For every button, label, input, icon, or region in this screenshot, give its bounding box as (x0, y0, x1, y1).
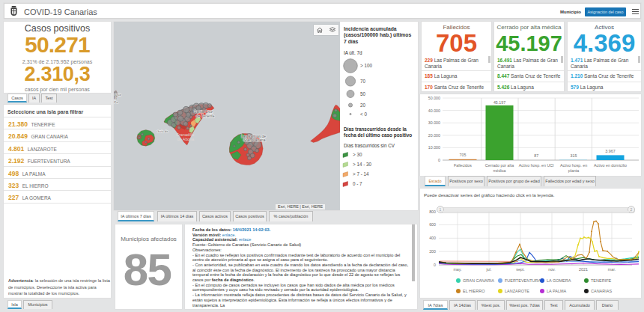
svg-text:0: 0 (438, 158, 440, 162)
svg-text:50.000: 50.000 (428, 96, 440, 100)
svg-text:de Abona: de Abona (177, 137, 194, 141)
svg-text:< 0: < 0 (360, 111, 367, 116)
svg-text:315: 315 (571, 153, 577, 158)
svg-text:20.000: 20.000 (428, 133, 440, 138)
svg-text:Pa: Pa (114, 100, 118, 104)
svg-text:45.197: 45.197 (493, 100, 505, 105)
svg-text:> 30: > 30 (353, 152, 362, 157)
svg-text:50: 50 (360, 91, 366, 96)
svg-text:mar.: mar. (608, 267, 616, 272)
svg-text:Guía de: Guía de (157, 129, 168, 133)
svg-text:Activo hosp. en: Activo hosp. en (560, 163, 587, 168)
svg-text:40.000: 40.000 (428, 108, 440, 113)
svg-text:3.967: 3.967 (605, 149, 615, 153)
svg-text:nov.: nov. (548, 267, 556, 272)
svg-text:705: 705 (460, 153, 467, 157)
svg-text:Activo hosp. en UCI: Activo hosp. en UCI (519, 163, 554, 168)
svg-text:600: 600 (429, 222, 436, 227)
svg-text:400: 400 (429, 236, 436, 240)
svg-text:200: 200 (429, 249, 436, 254)
svg-text:Fallecidos: Fallecidos (454, 163, 472, 168)
svg-text:> 14 - 30: > 14 - 30 (353, 162, 372, 167)
svg-text:0 - 7: 0 - 7 (353, 181, 362, 186)
svg-text:Cerrado por alta: Cerrado por alta (485, 163, 514, 168)
svg-text:jul.: jul. (486, 267, 492, 272)
svg-text:2021: 2021 (579, 267, 588, 272)
svg-text:> 7 - 14: > 7 - 14 (353, 171, 369, 177)
svg-text:87: 87 (534, 153, 538, 158)
svg-text:may.: may. (453, 267, 461, 272)
svg-text:70: 70 (360, 78, 366, 83)
svg-text:800: 800 (429, 209, 436, 214)
svg-text:planta: planta (568, 168, 579, 173)
svg-text:30.000: 30.000 (428, 120, 440, 125)
svg-text:10.000: 10.000 (428, 145, 440, 150)
svg-text:sept.: sept. (516, 267, 524, 272)
svg-text:de Tenerife: de Tenerife (196, 114, 215, 118)
svg-text:> 100: > 100 (360, 63, 372, 68)
svg-text:0: 0 (434, 263, 436, 267)
svg-text:Activo en domicilio: Activo en domicilio (594, 163, 627, 168)
svg-text:20: 20 (360, 102, 366, 107)
svg-text:médica: médica (493, 168, 505, 173)
svg-text:Gran Canaria: Gran Canaria (243, 138, 265, 142)
